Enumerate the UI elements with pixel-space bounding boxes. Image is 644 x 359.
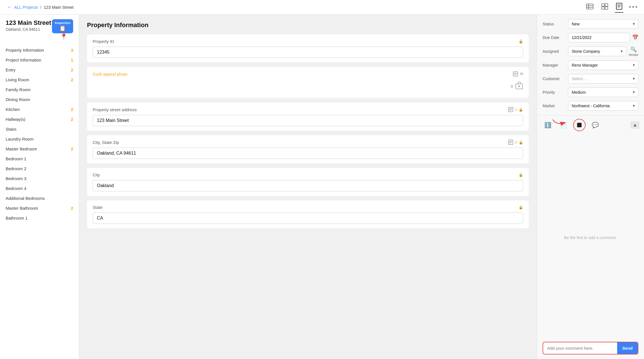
doc-lock-icon: 2 🔒	[508, 140, 523, 145]
inspection-badge[interactable]: Inspection 📋	[52, 19, 73, 33]
document-view-icon[interactable]	[615, 2, 623, 13]
right-tabs: ℹ️ 📄 💬	[541, 119, 601, 131]
sidebar-item-property-information[interactable]: Property Information 3	[0, 45, 79, 55]
sidebar-item-label: Master Bathroom	[6, 206, 38, 211]
sidebar-item-label: Living Room	[6, 77, 29, 82]
svg-rect-8	[616, 3, 622, 9]
doc-lock-icon: 1 🔒	[508, 107, 523, 112]
manager-label: Manager	[543, 63, 568, 67]
due-date-input[interactable]	[568, 33, 630, 42]
manager-row: Manager Reno Manager Other Manager ▼	[543, 60, 638, 70]
sidebar-header: 123 Main Street Oakland, CA 94611 Inspec…	[0, 15, 79, 33]
scroll-up-button[interactable]: ▲	[630, 121, 639, 129]
sidebar-item-living-room[interactable]: Living Room 2	[0, 75, 79, 85]
city-state-zip-label: City, State Zip	[93, 140, 119, 145]
sidebar-item-bathroom1[interactable]: Bathroom 1	[0, 213, 79, 223]
vendor-search-button[interactable]: 🔍 Vendor	[628, 46, 638, 56]
field-header: City, State Zip 2 🔒	[93, 140, 523, 145]
status-select[interactable]: New In Progress Complete	[568, 19, 638, 29]
property-id-label: Property ID	[93, 39, 114, 44]
property-id-input[interactable]	[93, 47, 523, 58]
priority-select-wrapper: Low Medium High ▼	[568, 87, 638, 97]
sidebar-item-project-information[interactable]: Project Information 1	[0, 55, 79, 65]
main-layout: 123 Main Street Oakland, CA 94611 Inspec…	[0, 15, 644, 359]
market-select-wrapper: Northwest - California Southwest Southea…	[568, 101, 638, 111]
sidebar-item-bedroom1[interactable]: Bedroom 1	[0, 154, 79, 164]
market-select[interactable]: Northwest - California Southwest Southea…	[568, 101, 638, 111]
customer-row: Customer Select... ▼	[543, 74, 638, 84]
status-label: Status	[543, 22, 568, 26]
city-input[interactable]	[93, 180, 523, 191]
field-header: Curb appeal photo M	[93, 71, 523, 76]
lock-icon: 🔒	[519, 173, 523, 177]
assigned-select[interactable]: Stone Company Other Company	[568, 47, 626, 56]
sidebar-item-label: Kitchen	[6, 107, 20, 112]
state-label: State	[93, 205, 103, 210]
property-address-card: Property street address 1 🔒	[87, 102, 529, 131]
manager-select-wrapper: Reno Manager Other Manager ▼	[568, 60, 638, 70]
chat-tab[interactable]: 💬	[589, 119, 601, 131]
sidebar-item-label: Project Information	[6, 58, 41, 62]
customer-select[interactable]: Select...	[568, 74, 638, 84]
svg-rect-0	[586, 4, 593, 9]
priority-select[interactable]: Low Medium High	[568, 87, 638, 97]
svg-rect-25	[577, 123, 582, 127]
all-projects-link[interactable]: ALL Projects	[14, 5, 38, 10]
city-state-zip-input[interactable]	[93, 148, 523, 159]
lock-icon: 🔒	[519, 205, 523, 209]
more-options-icon[interactable]: • • •	[629, 4, 637, 10]
sidebar-item-bedroom4[interactable]: Bedroom 4	[0, 183, 79, 193]
property-id-card: Property ID 🔒	[87, 34, 529, 62]
back-button[interactable]: ←	[7, 4, 12, 10]
info-tab[interactable]: ℹ️	[541, 119, 554, 131]
priority-label: Priority	[543, 90, 568, 95]
table-view-icon[interactable]	[585, 3, 595, 12]
sidebar-item-additional-bedrooms[interactable]: Additional Bedrooms	[0, 193, 79, 203]
comment-area: Be the first to add a comment. Send	[537, 131, 644, 359]
search-icon: 🔍	[630, 46, 637, 52]
comment-input-row: Send	[543, 342, 638, 354]
doc-m-icon: M	[513, 71, 523, 76]
sidebar-item-label: Entry	[6, 67, 16, 72]
inspect-tab[interactable]	[573, 119, 586, 131]
sidebar-item-label: Family Room	[6, 87, 31, 92]
sidebar-item-label: Bedroom 4	[6, 186, 26, 191]
sidebar-item-laundry-room[interactable]: Laundry Room	[0, 134, 79, 144]
sidebar-item-hallways[interactable]: Hallway(s) 2	[0, 114, 79, 124]
sidebar-item-dining-room[interactable]: Dining Room	[0, 95, 79, 104]
sidebar-item-bedroom3[interactable]: Bedroom 3	[0, 174, 79, 183]
property-address-input[interactable]	[93, 115, 523, 126]
sidebar-nav: Property Information 3 Project Informati…	[0, 43, 79, 359]
due-date-input-wrapper: 📅	[568, 33, 638, 42]
state-input[interactable]	[93, 213, 523, 224]
sidebar-item-label: Hallway(s)	[6, 117, 25, 122]
sidebar-item-entry[interactable]: Entry 2	[0, 65, 79, 75]
status-select-wrapper: New In Progress Complete ▼	[568, 19, 638, 29]
calendar-icon[interactable]: 📅	[632, 34, 638, 41]
manager-select[interactable]: Reno Manager Other Manager	[568, 60, 638, 70]
field-header: State 🔒	[93, 205, 523, 210]
sidebar-item-label: Laundry Room	[6, 137, 33, 141]
priority-row: Priority Low Medium High ▼	[543, 87, 638, 97]
send-button[interactable]: Send	[617, 342, 638, 354]
sidebar-item-bedroom2[interactable]: Bedroom 2	[0, 164, 79, 174]
market-row: Market Northwest - California Southwest …	[543, 101, 638, 111]
sidebar-item-master-bathroom[interactable]: Master Bathroom 2	[0, 203, 79, 213]
top-nav: ← ALL Projects / 123 Main Street	[0, 0, 644, 15]
svg-rect-4	[602, 4, 604, 6]
field-header: Property ID 🔒	[93, 39, 523, 44]
sidebar-item-family-room[interactable]: Family Room	[0, 85, 79, 95]
upload-icon[interactable]	[515, 82, 523, 91]
curb-appeal-label: Curb appeal photo	[93, 72, 127, 76]
comment-input[interactable]	[543, 342, 617, 354]
doc-tab[interactable]: 📄	[557, 119, 570, 131]
sidebar-item-kitchen[interactable]: Kitchen 2	[0, 104, 79, 114]
state-card: State 🔒	[87, 200, 529, 228]
photo-count: 0	[511, 84, 513, 89]
location-pin-icon: 📍	[60, 33, 73, 41]
top-nav-icons: • • •	[585, 2, 637, 13]
sidebar-item-stairs[interactable]: Stairs	[0, 124, 79, 134]
sidebar-item-master-bedroom[interactable]: Master Bedroom 2	[0, 144, 79, 154]
sidebar-item-badge: 2	[71, 117, 73, 122]
image-view-icon[interactable]	[600, 2, 609, 12]
